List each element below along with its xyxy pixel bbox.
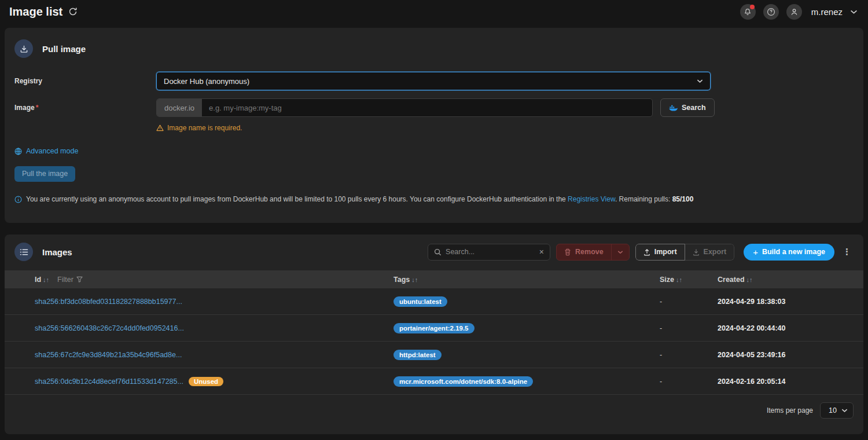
refresh-icon[interactable] <box>68 7 78 16</box>
id-header-label: Id <box>35 276 41 284</box>
clear-search-icon[interactable]: × <box>539 247 544 256</box>
table-header: Id ↓↑ Filter Tags ↓↑ Size ↓↑ Created ↓↑ <box>5 270 863 288</box>
image-size: - <box>660 377 718 386</box>
image-created: 2024-04-29 18:38:03 <box>718 298 863 306</box>
table-row: sha256:0dc9b12c4d8ecef76d11533d147285...… <box>5 368 863 395</box>
more-options-icon[interactable]: ⋮ <box>840 247 854 257</box>
page-title: Image list <box>9 5 62 19</box>
image-tag-badge[interactable]: ubuntu:latest <box>393 296 447 307</box>
items-per-page-label: Items per page <box>767 406 813 415</box>
docker-whale-icon <box>669 104 678 112</box>
export-button-label: Export <box>704 248 727 256</box>
image-name-input[interactable] <box>202 99 652 116</box>
image-row: Image* docker.io Search <box>14 98 854 117</box>
info-text: You are currently using an anonymous acc… <box>26 195 693 203</box>
created-header-label: Created <box>718 276 745 284</box>
table-row: sha256:67c2fc9e3d849b21a35b4c96f5ad8e...… <box>5 342 863 368</box>
user-menu-chevron-icon[interactable] <box>850 9 858 14</box>
select-chevron-icon <box>697 79 703 83</box>
remove-button-group: Remove <box>556 244 630 261</box>
advanced-mode-link[interactable]: Advanced mode <box>14 147 78 155</box>
sort-icon: ↓↑ <box>43 276 49 283</box>
notifications-button[interactable] <box>740 4 756 20</box>
pull-the-image-button[interactable]: Pull the image <box>14 166 75 182</box>
import-button[interactable]: Import <box>635 244 685 261</box>
pull-image-panel: Pull image Registry Docker Hub (anonymou… <box>5 28 863 223</box>
error-message-wrap: Image name is required. <box>156 124 242 132</box>
column-header-created[interactable]: Created ↓↑ <box>718 276 863 284</box>
notification-dot <box>750 5 755 9</box>
build-button-label: Build a new image <box>762 248 825 256</box>
info-icon <box>14 196 22 203</box>
funnel-icon <box>76 276 83 283</box>
search-icon <box>434 248 442 256</box>
unused-badge: Unused <box>189 377 223 386</box>
trash-icon <box>564 248 571 256</box>
help-button[interactable] <box>763 4 779 20</box>
image-id-link[interactable]: sha256:bf3dc08bfed031182827888bb15977... <box>35 298 182 306</box>
items-per-page-select[interactable]: 10 <box>820 402 854 419</box>
pull-limit-info: You are currently using an anonymous acc… <box>14 195 854 203</box>
remaining-pulls: 85/100 <box>672 195 694 203</box>
import-button-label: Import <box>654 248 677 256</box>
upload-icon <box>643 248 650 256</box>
image-label: Image* <box>14 104 156 112</box>
remove-button-label: Remove <box>575 248 604 256</box>
question-icon <box>767 8 775 16</box>
info-mid: . Remaining pulls: <box>615 195 672 203</box>
export-button[interactable]: Export <box>685 244 735 261</box>
image-id-link[interactable]: sha256:0dc9b12c4d8ecef76d11533d147285... <box>35 377 183 386</box>
warning-icon <box>156 124 164 131</box>
image-size: - <box>660 298 718 306</box>
search-button[interactable]: Search <box>660 98 715 117</box>
person-icon <box>790 8 799 16</box>
column-header-tags[interactable]: Tags ↓↑ <box>393 276 660 284</box>
images-toolbar: × Remove Im <box>428 244 854 261</box>
remove-dropdown-toggle[interactable] <box>611 244 629 260</box>
user-avatar[interactable] <box>786 4 802 20</box>
image-created: 2024-04-05 23:49:16 <box>718 351 863 359</box>
images-panel: Images × Remove <box>5 234 863 434</box>
registries-view-link[interactable]: Registries View <box>568 195 615 203</box>
column-header-id[interactable]: Id ↓↑ Filter <box>35 276 393 284</box>
registry-selected-value: Docker Hub (anonymous) <box>164 77 249 86</box>
image-input-group: docker.io <box>156 98 653 117</box>
image-id-link[interactable]: sha256:566260438c26c72c4dd0fed0952416... <box>35 324 184 332</box>
table-footer: Items per page 10 <box>5 395 863 419</box>
username[interactable]: m.renez <box>811 7 843 17</box>
globe-icon <box>14 148 22 155</box>
image-id-link[interactable]: sha256:67c2fc9e3d849b21a35b4c96f5ad8e... <box>35 351 182 359</box>
advanced-mode-label: Advanced mode <box>26 147 78 155</box>
registry-label: Registry <box>14 77 156 85</box>
column-header-size[interactable]: Size ↓↑ <box>660 276 718 284</box>
error-row: Image name is required. <box>14 124 854 132</box>
image-tag-badge[interactable]: httpd:latest <box>393 350 442 360</box>
search-button-label: Search <box>682 104 706 112</box>
build-new-image-button[interactable]: + Build a new image <box>744 244 834 261</box>
image-tag-badge[interactable]: portainer/agent:2.19.5 <box>393 323 475 333</box>
pull-image-title: Pull image <box>42 44 86 54</box>
images-search: × <box>428 244 550 261</box>
image-label-text: Image <box>14 104 35 112</box>
plus-icon: + <box>753 247 758 257</box>
image-size: - <box>660 351 718 359</box>
remove-button[interactable]: Remove <box>557 244 611 260</box>
import-export-group: Import Export <box>635 244 734 261</box>
images-search-input[interactable] <box>446 248 535 256</box>
sort-icon: ↓↑ <box>411 276 418 283</box>
images-title-wrap: Images <box>14 243 72 261</box>
table-row: sha256:566260438c26c72c4dd0fed0952416...… <box>5 315 863 342</box>
id-filter-button[interactable]: Filter <box>57 276 83 284</box>
sort-icon: ↓↑ <box>676 276 682 283</box>
image-size: - <box>660 324 718 332</box>
pull-button-label: Pull the image <box>22 170 68 178</box>
registry-select[interactable]: Docker Hub (anonymous) <box>156 72 711 90</box>
image-tag-badge[interactable]: mcr.microsoft.com/dotnet/sdk:8.0-alpine <box>393 376 533 387</box>
size-header-label: Size <box>660 276 674 284</box>
topbar-actions: m.renez <box>740 4 858 20</box>
top-bar: Image list m.renez <box>0 0 868 23</box>
error-message: Image name is required. <box>167 124 242 132</box>
filter-label: Filter <box>57 276 73 284</box>
tags-header-label: Tags <box>393 276 410 284</box>
info-pre: You are currently using an anonymous acc… <box>26 195 568 203</box>
